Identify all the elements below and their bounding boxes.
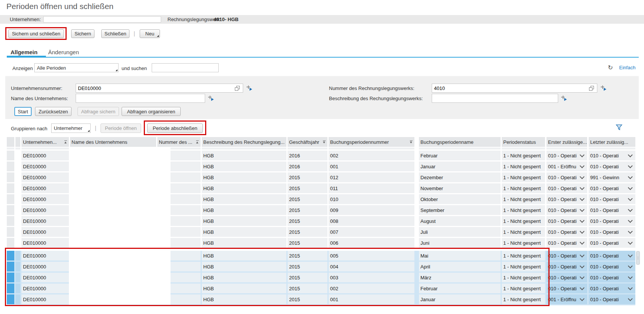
chevron-down-icon xyxy=(580,285,585,290)
first-allowed-period-select[interactable]: 001 - Eröffnu xyxy=(547,162,587,171)
first-allowed-period-select[interactable]: 010 - Operati xyxy=(547,238,587,248)
reset-button[interactable]: Zurücksetzen xyxy=(35,107,72,116)
last-allowed-period-select[interactable]: 010 - Operati xyxy=(589,205,635,215)
first-allowed-period-select[interactable]: 010 - Operati xyxy=(547,172,587,182)
filter-icon[interactable] xyxy=(616,124,623,131)
row-selector[interactable] xyxy=(7,227,14,237)
tab-underline xyxy=(7,57,639,58)
cell-bpnr: 009 xyxy=(329,205,414,215)
first-allowed-period-select[interactable]: 010 - Operati xyxy=(547,151,587,160)
last-allowed-period-select[interactable]: 010 - Operati xyxy=(589,151,635,160)
refresh-icon[interactable]: ↻ xyxy=(608,64,613,71)
value-help-icon[interactable] xyxy=(589,86,594,91)
last-allowed-period-select[interactable]: 010 - Operati xyxy=(589,284,635,293)
last-allowed-period-select[interactable]: 010 - Operati xyxy=(589,251,635,261)
value-help-icon[interactable] xyxy=(235,86,240,91)
simple-mode-link[interactable]: Einfach xyxy=(619,65,635,70)
select-value: 010 - Operati xyxy=(590,253,619,259)
close-period-button[interactable]: Periode abschließen xyxy=(147,123,203,133)
cell-bpnr: 010 xyxy=(329,194,414,204)
column-header-bpnr[interactable]: Buchungsperiodennummer xyxy=(329,137,414,147)
separator: | xyxy=(95,125,96,131)
start-button[interactable]: Start xyxy=(14,107,32,116)
column-header-untn[interactable]: Unternehmen... xyxy=(21,137,69,147)
save-button[interactable]: Sichern xyxy=(71,29,94,38)
column-header-name[interactable]: Name des Unternehmens xyxy=(70,137,156,147)
last-allowed-period-select[interactable]: 010 - Operati xyxy=(589,238,635,248)
sort-ascending-icon xyxy=(196,140,199,144)
last-allowed-period-select[interactable]: 010 - Operati xyxy=(589,294,635,304)
row-selector[interactable] xyxy=(7,238,14,248)
first-allowed-period-select[interactable]: 010 - Operati xyxy=(547,183,587,193)
group-by-select[interactable]: Unternehmer xyxy=(51,123,91,133)
organize-queries-button[interactable]: Abfragen organisieren xyxy=(122,107,181,116)
column-header-besc[interactable]: Beschreibung des Rechungslegung... xyxy=(202,137,286,147)
select-value: 010 - Operati xyxy=(548,218,577,224)
row-selector[interactable] xyxy=(7,284,14,293)
tab-allgemein[interactable]: Allgemein xyxy=(11,49,38,55)
row-selector[interactable] xyxy=(7,251,14,261)
first-allowed-period-select[interactable]: 010 - Operati xyxy=(547,284,587,293)
company-name-input[interactable] xyxy=(76,94,205,103)
partial-cell xyxy=(202,148,286,149)
column-header-numr[interactable]: Nummer des ... xyxy=(157,137,201,147)
chevron-down-icon xyxy=(580,185,585,190)
tab-aenderungen[interactable]: Änderungen xyxy=(48,49,79,55)
last-allowed-period-select[interactable]: 010 - Operati xyxy=(589,183,635,193)
last-allowed-period-select[interactable]: 010 - Operati xyxy=(589,227,635,237)
dropdown-corner-icon xyxy=(88,130,90,132)
first-allowed-period-select[interactable]: 010 - Operati xyxy=(547,194,587,204)
select-value: 010 - Operati xyxy=(590,197,619,202)
column-header-erst[interactable]: Erster zulässige... xyxy=(547,137,587,147)
quick-link-icon[interactable] xyxy=(561,96,567,101)
new-menu-button[interactable]: Neu xyxy=(140,29,160,38)
first-allowed-period-select[interactable]: 010 - Operati xyxy=(547,227,587,237)
row-selector[interactable] xyxy=(7,262,14,271)
first-allowed-period-select[interactable]: 010 - Operati xyxy=(547,273,587,282)
cell-pst: 1 - Nicht gesperrt xyxy=(502,294,545,304)
last-allowed-period-select[interactable]: 010 - Operati xyxy=(589,216,635,226)
row-selector[interactable] xyxy=(7,172,14,182)
quick-link-icon[interactable] xyxy=(208,96,214,101)
ledger-desc-input[interactable] xyxy=(432,94,558,103)
cell-bpnm: Dezember xyxy=(419,172,501,182)
cell-besc: HGB xyxy=(202,194,286,204)
last-allowed-period-select[interactable]: 010 - Operati xyxy=(589,273,635,282)
ledger-number-input[interactable] xyxy=(432,84,597,93)
last-allowed-period-select[interactable]: 010 - Operati xyxy=(589,262,635,271)
search-input[interactable] xyxy=(152,63,219,72)
first-allowed-period-select[interactable]: 010 - Operati xyxy=(547,262,587,271)
row-selector[interactable] xyxy=(7,162,14,171)
row-selector[interactable] xyxy=(7,216,14,226)
column-header-gjhr[interactable]: Geschäftsjahr xyxy=(288,137,327,147)
cell-untn: DE010000 xyxy=(21,251,69,261)
row-selector[interactable] xyxy=(7,151,14,160)
row-selector[interactable] xyxy=(7,183,14,193)
column-header-label: Periodenstatus xyxy=(503,139,536,145)
row-selector[interactable] xyxy=(7,294,14,304)
first-allowed-period-select[interactable]: 010 - Operati xyxy=(547,251,587,261)
quick-link-icon[interactable] xyxy=(601,85,606,91)
last-allowed-period-select[interactable]: 010 - Operati xyxy=(589,194,635,204)
company-number-input[interactable] xyxy=(76,84,243,93)
quick-link-icon[interactable] xyxy=(247,85,252,91)
dropdown-corner-icon xyxy=(116,69,117,71)
close-button[interactable]: Schließen xyxy=(101,29,129,38)
row-selector[interactable] xyxy=(7,194,14,204)
row-selector[interactable] xyxy=(7,273,14,282)
save-and-close-button[interactable]: Sichern und schließen xyxy=(8,29,64,38)
chevron-down-icon xyxy=(628,185,633,190)
first-allowed-period-select[interactable]: 010 - Operati xyxy=(547,205,587,215)
row-selector[interactable] xyxy=(7,205,14,215)
first-allowed-period-select[interactable]: 001 - Eröffnu xyxy=(547,294,587,304)
company-input[interactable] xyxy=(43,16,161,23)
column-header-letz[interactable]: Letzter zulässig... xyxy=(589,137,635,147)
show-select[interactable]: Alle Perioden xyxy=(34,63,119,72)
scrollbar-grip[interactable]: ⋮ xyxy=(636,251,640,265)
column-header-pst[interactable]: Periodenstatus xyxy=(502,137,545,147)
last-allowed-period-select[interactable]: 010 - Operati xyxy=(589,162,635,171)
column-header-bpnm[interactable]: Buchungsperiodenname xyxy=(419,137,501,147)
last-allowed-period-select[interactable]: 991 - Gewinn xyxy=(589,172,635,182)
cell-untn: DE010000 xyxy=(21,205,69,215)
first-allowed-period-select[interactable]: 010 - Operati xyxy=(547,216,587,226)
